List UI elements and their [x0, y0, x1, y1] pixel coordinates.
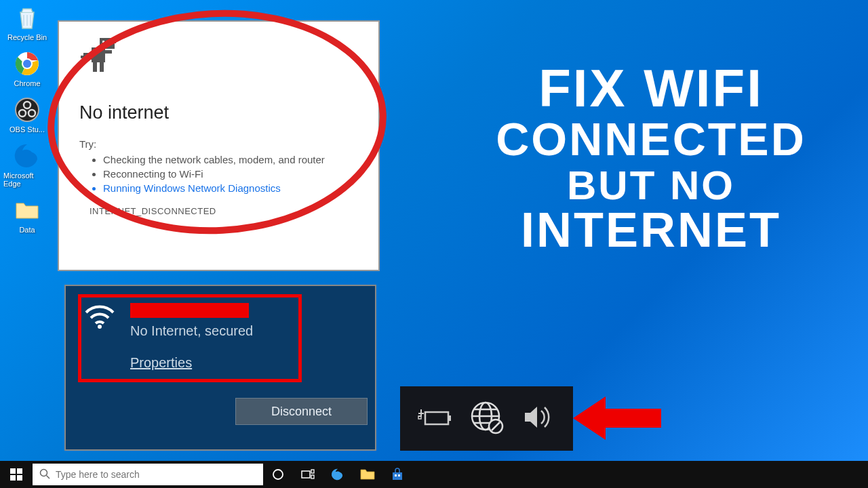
- title-line-3: BUT NO: [448, 162, 854, 209]
- search-input[interactable]: [56, 469, 256, 480]
- recycle-bin-icon: [13, 3, 41, 32]
- icon-label: Microsoft Edge: [3, 171, 51, 188]
- folder-icon: [13, 196, 41, 224]
- obs-icon: [13, 96, 41, 124]
- title-line-1: FIX WIFI: [448, 58, 854, 119]
- svg-marker-27: [573, 396, 661, 440]
- thumbnail-title: FIX WIFI CONNECTED BUT NO INTERNET: [448, 58, 854, 258]
- desktop-icon-edge[interactable]: Microsoft Edge: [3, 142, 51, 188]
- desktop-icons: Recycle Bin Chrome OBS Stu... Microsoft …: [3, 3, 51, 234]
- svg-rect-38: [395, 474, 397, 476]
- title-line-2: CONNECTED: [448, 113, 854, 165]
- store-icon[interactable]: [382, 461, 412, 488]
- tray-closeup: [400, 386, 573, 451]
- ssid-redacted: [130, 303, 249, 318]
- icon-label: Chrome: [14, 79, 40, 87]
- search-icon: [39, 468, 50, 481]
- svg-rect-39: [398, 474, 400, 476]
- start-button[interactable]: [0, 461, 33, 488]
- run-diagnostics-link[interactable]: Running Windows Network Diagnostics: [103, 182, 372, 194]
- desktop-icon-data-folder[interactable]: Data: [3, 196, 51, 234]
- disconnect-button[interactable]: Disconnect: [235, 398, 368, 425]
- svg-point-2: [23, 60, 31, 68]
- svg-rect-12: [81, 56, 85, 58]
- svg-rect-35: [302, 471, 310, 478]
- dino-icon: [79, 35, 372, 79]
- svg-line-33: [47, 475, 50, 479]
- svg-rect-31: [17, 475, 22, 481]
- properties-link[interactable]: Properties: [130, 355, 192, 371]
- wifi-status: No Internet, secured: [130, 323, 253, 339]
- svg-rect-19: [418, 416, 421, 419]
- svg-rect-14: [100, 62, 104, 72]
- wifi-icon: [85, 303, 115, 331]
- svg-rect-11: [83, 53, 93, 60]
- search-box[interactable]: [33, 464, 263, 485]
- svg-rect-13: [93, 62, 97, 72]
- svg-rect-28: [10, 468, 16, 474]
- task-view-icon[interactable]: [293, 461, 323, 488]
- icon-label: Data: [19, 226, 35, 234]
- desktop-icon-chrome[interactable]: Chrome: [3, 49, 51, 87]
- svg-rect-9: [102, 41, 104, 43]
- svg-point-34: [273, 470, 283, 479]
- svg-rect-17: [425, 412, 448, 424]
- taskbar: [0, 461, 868, 488]
- error-code: INTERNET_DISCONNECTED: [79, 206, 372, 216]
- battery-icon: [416, 404, 453, 434]
- desktop-icon-obs[interactable]: OBS Stu...: [3, 96, 51, 134]
- svg-point-32: [41, 469, 47, 476]
- chrome-icon: [13, 49, 41, 78]
- annotation-arrow: [573, 386, 668, 453]
- wifi-flyout: No Internet, secured Properties Disconne…: [64, 285, 376, 451]
- svg-rect-29: [17, 468, 22, 474]
- svg-rect-10: [92, 47, 105, 62]
- browser-error-card: No internet Try: Checking the network ca…: [58, 20, 380, 271]
- try-label: Try:: [79, 138, 372, 150]
- icon-label: Recycle Bin: [7, 33, 47, 41]
- suggestion-item: Checking the network cables, modem, and …: [103, 154, 372, 165]
- svg-rect-8: [112, 38, 116, 43]
- desktop-icon-recycle-bin[interactable]: Recycle Bin: [3, 3, 51, 41]
- title-line-4: INTERNET: [448, 202, 854, 258]
- svg-rect-15: [105, 50, 112, 54]
- icon-label: OBS Stu...: [9, 125, 45, 134]
- error-heading: No internet: [79, 102, 372, 123]
- svg-rect-30: [10, 475, 16, 481]
- suggestion-item: Reconnecting to Wi-Fi: [103, 168, 372, 180]
- suggestion-list: Checking the network cables, modem, and …: [79, 154, 372, 194]
- svg-rect-37: [311, 475, 314, 479]
- volume-icon: [521, 402, 558, 435]
- edge-icon: [13, 142, 41, 170]
- cortana-icon[interactable]: [263, 461, 293, 488]
- edge-taskbar-icon[interactable]: [323, 461, 353, 488]
- globe-no-internet-icon: [468, 399, 505, 439]
- file-explorer-icon[interactable]: [353, 461, 382, 488]
- svg-point-16: [98, 325, 102, 329]
- svg-rect-18: [448, 415, 451, 421]
- svg-rect-36: [311, 470, 314, 473]
